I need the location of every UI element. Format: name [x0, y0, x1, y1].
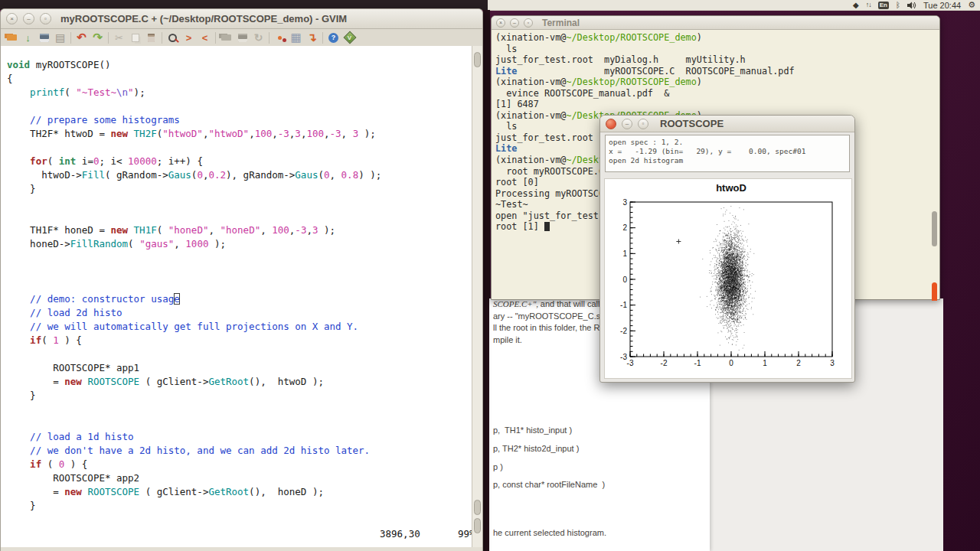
code-line-segment: -3 [330, 128, 341, 139]
code-line-segment [7, 321, 30, 332]
minimize-button[interactable]: – [622, 119, 632, 129]
code-line-segment: } [7, 500, 36, 511]
toolbar-separator [269, 32, 270, 44]
scrollbar-stepper[interactable] [474, 518, 481, 533]
code-line-segment: { [7, 73, 13, 84]
code-line-segment [7, 431, 30, 442]
maximize-button[interactable]: ▫ [40, 13, 51, 24]
toolbar-separator [70, 32, 71, 44]
minimize-button[interactable]: – [510, 18, 519, 28]
rootscope-window[interactable]: – ▫ ROOTSCOPE open spec : 1, 2.x = -1.29… [599, 115, 855, 383]
make-icon[interactable] [272, 31, 288, 44]
open-file-icon[interactable] [4, 31, 20, 44]
log-line: open spec : 1, 2. [609, 138, 846, 147]
code-line-segment [128, 128, 134, 139]
code-line-segment: // demo: constructor usag [30, 293, 174, 305]
session-save-icon[interactable] [234, 31, 250, 44]
code-line-segment: Fill [82, 169, 105, 181]
minimize-button[interactable]: – [23, 13, 34, 24]
clock[interactable]: Tue 20:44 [923, 1, 961, 10]
close-button[interactable]: × [496, 18, 505, 28]
code-line-segment: ; i< [99, 155, 128, 167]
help-icon[interactable] [325, 31, 341, 44]
run-script-icon[interactable]: ↻ [250, 31, 266, 44]
pdf-text-segment: SCOPE.C+", [493, 299, 541, 308]
vim-logo-icon[interactable] [341, 31, 358, 44]
window-title: myROOTSCOPE.C + (~/Desktop/ROOTSCOPE_dem… [60, 13, 347, 24]
root-canvas[interactable]: htwoD -3-2-10123-3-2-10123 [604, 178, 852, 379]
code-line-segment: ( gRandom-> [105, 169, 168, 181]
code-line-segment: new [110, 128, 128, 139]
code-line-segment: -3 [295, 224, 306, 236]
pdf-text-line: p, const char* rootFileName ) [493, 480, 605, 489]
editor-text-area[interactable]: void myROOTSCOPE(){ printf( "~Test~\n");… [1, 46, 473, 547]
close-button[interactable]: × [6, 13, 18, 24]
bluetooth-icon[interactable]: ᛒ [896, 0, 900, 10]
code-line: if ( 0 ) { [7, 458, 473, 471]
code-line-segment: "htwoD" [208, 128, 249, 139]
gvim-titlebar: × – ▫ myROOTSCOPE.C + (~/Desktop/ROOTSCO… [1, 9, 482, 29]
terminal-scrollbar-thumb[interactable] [932, 211, 937, 246]
terminal-line-segment [544, 222, 550, 231]
code-line-segment: 10000 [128, 155, 157, 167]
dropbox-icon[interactable]: ◆ [853, 0, 859, 10]
copy-icon[interactable] [127, 31, 143, 44]
code-line-segment: 3 [295, 128, 301, 139]
code-line-segment: } [7, 183, 36, 194]
code-line [7, 251, 473, 265]
toolbar-separator [322, 32, 323, 44]
code-line-segment: ( [318, 169, 324, 181]
cut-icon[interactable]: ✂ [111, 31, 127, 44]
code-line-segment [128, 224, 134, 236]
code-line-segment: htwoD-> [7, 169, 82, 181]
close-button[interactable] [606, 119, 616, 129]
code-line: TH2F* htwoD = new TH2F("htwoD","htwoD",1… [7, 127, 473, 141]
editor-scrollbar[interactable] [472, 46, 482, 547]
grid-icon[interactable]: ▦ [288, 31, 304, 44]
volume-icon[interactable] [907, 0, 916, 12]
code-line-segment: new [64, 486, 82, 497]
code-line-segment: honeD-> [7, 238, 70, 249]
scrollbar-stepper[interactable] [474, 52, 481, 67]
session-gear-icon[interactable]: ⚙ [968, 0, 975, 10]
terminal-line-segment: (xination-vm@ [495, 155, 566, 165]
maximize-button[interactable]: ▫ [638, 119, 648, 129]
code-line-segment: 1 [53, 334, 59, 346]
scrollbar-thumb[interactable] [474, 500, 481, 515]
undo-icon[interactable]: ↶ [74, 31, 90, 44]
find-next-icon[interactable]: > [181, 31, 197, 44]
code-line-segment [7, 86, 30, 98]
x-tick-label: 2 [796, 359, 801, 367]
terminal-line-segment: (xination-vm@ [495, 77, 566, 87]
y-tick-label: 2 [622, 223, 627, 232]
gvim-window[interactable]: × – ▫ myROOTSCOPE.C + (~/Desktop/ROOTSCO… [0, 8, 483, 551]
y-tick-label: 3 [622, 198, 627, 207]
print-icon[interactable]: ▤ [52, 31, 68, 44]
x-tick-label: -2 [661, 359, 668, 367]
network-arrows-icon[interactable]: ↑↓ [866, 0, 871, 10]
paste-icon[interactable] [143, 31, 159, 44]
pdf-text-segment: mpile it. [493, 335, 522, 344]
code-line-segment: TH1F [134, 224, 157, 236]
toolbar-separator [162, 32, 162, 44]
keyboard-layout-badge[interactable]: En [878, 2, 889, 9]
rootscope-log[interactable]: open spec : 1, 2.x = -1.29 (bin= 29), y … [605, 135, 850, 172]
scatter-points [700, 207, 756, 350]
terminal-line: evince ROOTSCOPE_manual.pdf & [495, 88, 939, 99]
code-line-segment: ( [41, 458, 59, 470]
save-all-icon[interactable] [36, 31, 52, 44]
y-tick-label: -3 [620, 353, 627, 361]
terminal-scrollbar-overlay[interactable] [932, 282, 937, 301]
redo-icon[interactable]: ↷ [90, 31, 106, 44]
save-file-icon[interactable]: ↓ [20, 31, 36, 44]
maximize-button[interactable]: ▫ [524, 18, 533, 28]
terminal-line: Lite myROOTSCOPE.C ROOTSCOPE_manual.pdf [495, 66, 939, 77]
find-prev-icon[interactable]: < [197, 31, 213, 44]
code-line: // demo: constructor usage [7, 292, 473, 306]
find-replace-icon[interactable] [165, 31, 181, 44]
session-load-icon[interactable] [218, 31, 234, 44]
terminal-line-segment: myROOTSCOPE.C ROOTSCOPE_manual.pdf [517, 66, 794, 77]
x-tick-label: -1 [694, 359, 701, 367]
htwoD-plot[interactable]: htwoD -3-2-10123-3-2-10123 [605, 179, 851, 378]
build-tags-icon[interactable]: ↴ [304, 31, 320, 44]
